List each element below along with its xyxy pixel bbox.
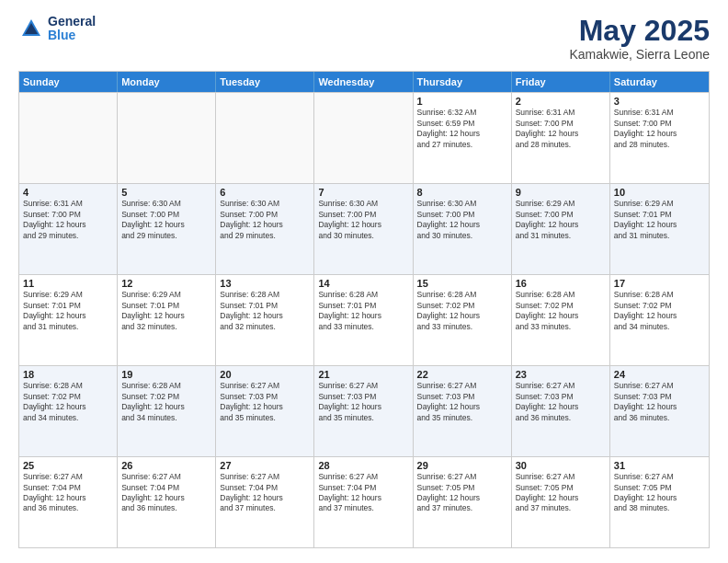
day-number: 8 (417, 187, 507, 198)
day-info: Sunrise: 6:28 AMSunset: 7:02 PMDaylight:… (121, 381, 211, 423)
day-number: 18 (23, 369, 113, 380)
day-number: 5 (121, 187, 211, 198)
day-info: Sunrise: 6:27 AMSunset: 7:03 PMDaylight:… (614, 381, 705, 423)
day-cell-23: 23Sunrise: 6:27 AMSunset: 7:03 PMDayligh… (512, 366, 610, 456)
day-info: Sunrise: 6:27 AMSunset: 7:03 PMDaylight:… (220, 381, 310, 423)
day-cell-16: 16Sunrise: 6:28 AMSunset: 7:02 PMDayligh… (512, 275, 610, 365)
day-cell-1: 1Sunrise: 6:32 AMSunset: 6:59 PMDaylight… (414, 93, 512, 183)
weekday-header-thursday: Thursday (414, 72, 512, 92)
logo-icon (18, 16, 44, 41)
day-info: Sunrise: 6:27 AMSunset: 7:04 PMDaylight:… (220, 472, 310, 514)
day-cell-28: 28Sunrise: 6:27 AMSunset: 7:04 PMDayligh… (314, 457, 413, 547)
day-cell-27: 27Sunrise: 6:27 AMSunset: 7:04 PMDayligh… (216, 457, 314, 547)
weekday-header-sunday: Sunday (19, 72, 118, 92)
day-info: Sunrise: 6:27 AMSunset: 7:05 PMDaylight:… (417, 472, 507, 514)
calendar-row-1: 4Sunrise: 6:31 AMSunset: 7:00 PMDaylight… (19, 183, 709, 274)
day-number: 28 (318, 460, 408, 471)
day-info: Sunrise: 6:30 AMSunset: 7:00 PMDaylight:… (121, 199, 211, 241)
day-info: Sunrise: 6:31 AMSunset: 7:00 PMDaylight:… (23, 199, 113, 241)
day-info: Sunrise: 6:27 AMSunset: 7:04 PMDaylight:… (23, 472, 113, 514)
day-cell-10: 10Sunrise: 6:29 AMSunset: 7:01 PMDayligh… (610, 184, 709, 274)
day-info: Sunrise: 6:31 AMSunset: 7:00 PMDaylight:… (516, 108, 606, 150)
weekday-header-monday: Monday (118, 72, 216, 92)
day-info: Sunrise: 6:29 AMSunset: 7:01 PMDaylight:… (121, 290, 211, 332)
day-number: 13 (220, 278, 310, 289)
calendar-body: 1Sunrise: 6:32 AMSunset: 6:59 PMDaylight… (19, 92, 709, 547)
calendar-row-2: 11Sunrise: 6:29 AMSunset: 7:01 PMDayligh… (19, 274, 709, 365)
day-info: Sunrise: 6:31 AMSunset: 7:00 PMDaylight:… (614, 108, 705, 150)
day-cell-21: 21Sunrise: 6:27 AMSunset: 7:03 PMDayligh… (314, 366, 413, 456)
day-info: Sunrise: 6:28 AMSunset: 7:02 PMDaylight:… (516, 290, 606, 332)
logo-general: General (48, 15, 96, 29)
day-number: 22 (417, 369, 507, 380)
day-info: Sunrise: 6:28 AMSunset: 7:01 PMDaylight:… (220, 290, 310, 332)
day-info: Sunrise: 6:27 AMSunset: 7:05 PMDaylight:… (614, 472, 705, 514)
day-info: Sunrise: 6:27 AMSunset: 7:03 PMDaylight:… (318, 381, 408, 423)
day-cell-9: 9Sunrise: 6:29 AMSunset: 7:00 PMDaylight… (512, 184, 610, 274)
day-cell-14: 14Sunrise: 6:28 AMSunset: 7:01 PMDayligh… (314, 275, 413, 365)
day-number: 7 (318, 187, 408, 198)
day-number: 21 (318, 369, 408, 380)
day-number: 6 (220, 187, 310, 198)
day-info: Sunrise: 6:27 AMSunset: 7:05 PMDaylight:… (516, 472, 606, 514)
empty-cell (19, 93, 118, 183)
day-info: Sunrise: 6:32 AMSunset: 6:59 PMDaylight:… (417, 108, 507, 150)
logo-blue: Blue (48, 29, 96, 42)
day-number: 31 (614, 460, 705, 471)
day-number: 9 (516, 187, 606, 198)
day-cell-12: 12Sunrise: 6:29 AMSunset: 7:01 PMDayligh… (118, 275, 216, 365)
weekday-header-friday: Friday (512, 72, 610, 92)
header: General Blue May 2025 Kamakwie, Sierra L… (18, 15, 710, 62)
calendar-row-4: 25Sunrise: 6:27 AMSunset: 7:04 PMDayligh… (19, 456, 709, 547)
day-cell-26: 26Sunrise: 6:27 AMSunset: 7:04 PMDayligh… (118, 457, 216, 547)
day-number: 14 (318, 278, 408, 289)
day-info: Sunrise: 6:28 AMSunset: 7:01 PMDaylight:… (318, 290, 408, 332)
empty-cell (118, 93, 216, 183)
day-info: Sunrise: 6:29 AMSunset: 7:01 PMDaylight:… (23, 290, 113, 332)
day-cell-25: 25Sunrise: 6:27 AMSunset: 7:04 PMDayligh… (19, 457, 118, 547)
day-cell-19: 19Sunrise: 6:28 AMSunset: 7:02 PMDayligh… (118, 366, 216, 456)
day-cell-2: 2Sunrise: 6:31 AMSunset: 7:00 PMDaylight… (512, 93, 610, 183)
day-number: 1 (417, 96, 507, 107)
day-info: Sunrise: 6:27 AMSunset: 7:03 PMDaylight:… (417, 381, 507, 423)
day-cell-18: 18Sunrise: 6:28 AMSunset: 7:02 PMDayligh… (19, 366, 118, 456)
day-cell-20: 20Sunrise: 6:27 AMSunset: 7:03 PMDayligh… (216, 366, 314, 456)
day-cell-17: 17Sunrise: 6:28 AMSunset: 7:02 PMDayligh… (610, 275, 709, 365)
day-info: Sunrise: 6:27 AMSunset: 7:03 PMDaylight:… (516, 381, 606, 423)
day-number: 26 (121, 460, 211, 471)
weekday-header-wednesday: Wednesday (314, 72, 413, 92)
day-cell-3: 3Sunrise: 6:31 AMSunset: 7:00 PMDaylight… (610, 93, 709, 183)
day-cell-5: 5Sunrise: 6:30 AMSunset: 7:00 PMDaylight… (118, 184, 216, 274)
day-number: 25 (23, 460, 113, 471)
day-cell-22: 22Sunrise: 6:27 AMSunset: 7:03 PMDayligh… (414, 366, 512, 456)
day-info: Sunrise: 6:28 AMSunset: 7:02 PMDaylight:… (614, 290, 705, 332)
day-number: 10 (614, 187, 705, 198)
calendar: SundayMondayTuesdayWednesdayThursdayFrid… (18, 71, 710, 548)
title-block: May 2025 Kamakwie, Sierra Leone (569, 15, 710, 62)
day-number: 16 (516, 278, 606, 289)
day-number: 19 (121, 369, 211, 380)
day-number: 20 (220, 369, 310, 380)
calendar-row-3: 18Sunrise: 6:28 AMSunset: 7:02 PMDayligh… (19, 365, 709, 456)
day-cell-4: 4Sunrise: 6:31 AMSunset: 7:00 PMDaylight… (19, 184, 118, 274)
month-title: May 2025 (569, 15, 710, 47)
day-info: Sunrise: 6:28 AMSunset: 7:02 PMDaylight:… (23, 381, 113, 423)
day-cell-7: 7Sunrise: 6:30 AMSunset: 7:00 PMDaylight… (314, 184, 413, 274)
weekday-header-tuesday: Tuesday (216, 72, 314, 92)
empty-cell (216, 93, 314, 183)
logo: General Blue (18, 15, 96, 43)
calendar-row-0: 1Sunrise: 6:32 AMSunset: 6:59 PMDaylight… (19, 92, 709, 183)
day-info: Sunrise: 6:27 AMSunset: 7:04 PMDaylight:… (121, 472, 211, 514)
day-info: Sunrise: 6:30 AMSunset: 7:00 PMDaylight:… (220, 199, 310, 241)
day-info: Sunrise: 6:30 AMSunset: 7:00 PMDaylight:… (318, 199, 408, 241)
day-cell-15: 15Sunrise: 6:28 AMSunset: 7:02 PMDayligh… (414, 275, 512, 365)
day-cell-8: 8Sunrise: 6:30 AMSunset: 7:00 PMDaylight… (414, 184, 512, 274)
day-cell-31: 31Sunrise: 6:27 AMSunset: 7:05 PMDayligh… (610, 457, 709, 547)
day-number: 27 (220, 460, 310, 471)
day-number: 12 (121, 278, 211, 289)
day-number: 24 (614, 369, 705, 380)
day-number: 29 (417, 460, 507, 471)
day-info: Sunrise: 6:29 AMSunset: 7:00 PMDaylight:… (516, 199, 606, 241)
day-number: 2 (516, 96, 606, 107)
day-info: Sunrise: 6:27 AMSunset: 7:04 PMDaylight:… (318, 472, 408, 514)
